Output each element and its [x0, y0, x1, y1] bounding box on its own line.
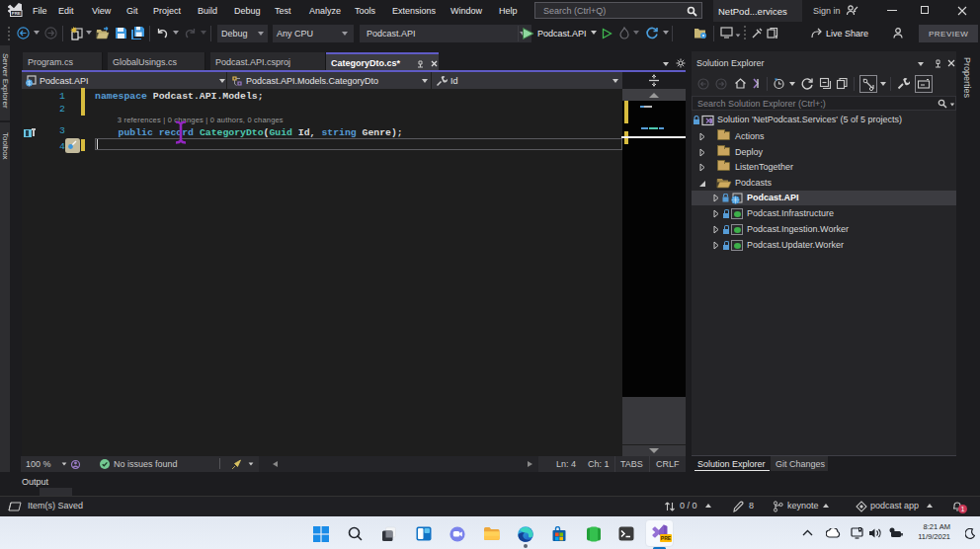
svg-text:PRE: PRE — [12, 11, 21, 16]
